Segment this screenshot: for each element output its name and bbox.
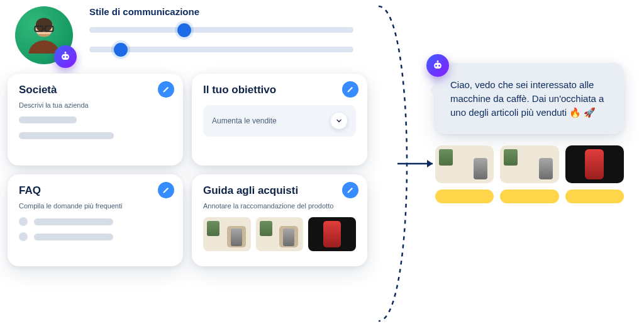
svg-rect-4 <box>62 54 69 60</box>
select-value: Aumenta le vendite <box>212 116 277 125</box>
svg-point-14 <box>438 65 440 67</box>
pencil-icon <box>162 186 170 194</box>
section-title: Stile di communicazione <box>89 6 353 17</box>
cta-pill[interactable] <box>435 189 494 203</box>
robot-badge <box>426 54 449 77</box>
product-card[interactable] <box>500 145 558 203</box>
card-subtitle: Annotare la raccomandazione del prodotto <box>203 202 356 210</box>
slider-1[interactable] <box>89 27 353 33</box>
config-panel: Stile di communicazione Società Descrivi… <box>8 0 367 266</box>
pencil-icon <box>347 86 354 93</box>
cta-pill[interactable] <box>500 189 558 203</box>
bullet-icon <box>19 232 28 241</box>
edit-button[interactable] <box>342 182 358 198</box>
card-title: Il tuo obiettivo <box>203 84 356 96</box>
chevron-down-icon <box>331 113 347 129</box>
svg-point-8 <box>66 56 68 58</box>
assistant-message: Ciao, vedo che sei interessato alle macc… <box>435 63 624 134</box>
placeholder-line <box>19 116 77 123</box>
svg-rect-10 <box>434 63 441 69</box>
product-image <box>435 145 494 183</box>
edit-button[interactable] <box>158 182 174 198</box>
product-thumb <box>203 217 251 251</box>
bullet-icon <box>19 217 28 226</box>
chat-preview: Ciao, vedo che sei interessato alle macc… <box>435 63 624 203</box>
card-faq: FAQ Compila le domande più frequenti <box>8 174 183 266</box>
robot-badge <box>54 45 77 68</box>
placeholder-line <box>19 132 114 139</box>
svg-point-13 <box>435 65 437 67</box>
faq-item <box>19 217 172 226</box>
product-card[interactable] <box>565 145 624 203</box>
pencil-icon <box>347 186 354 194</box>
pencil-icon <box>162 86 170 93</box>
avatar <box>15 6 73 64</box>
message-text: Ciao, vedo che sei interessato alle macc… <box>450 79 604 118</box>
edit-button[interactable] <box>342 81 358 98</box>
goal-select[interactable]: Aumenta le vendite <box>203 105 356 137</box>
card-subtitle: Compila le domande più frequenti <box>19 202 172 210</box>
product-thumb <box>256 217 304 251</box>
product-image <box>500 145 558 183</box>
placeholder-line <box>34 234 113 240</box>
card-goal: Il tuo obiettivo Aumenta le vendite <box>192 74 367 166</box>
svg-point-7 <box>63 56 65 58</box>
slider-2[interactable] <box>89 47 353 52</box>
edit-button[interactable] <box>158 81 174 98</box>
card-guide: Guida agli acquisti Annotare la raccoman… <box>192 174 367 266</box>
svg-rect-12 <box>437 62 438 64</box>
cta-pill[interactable] <box>565 189 624 203</box>
card-title: Guida agli acquisti <box>203 184 356 197</box>
slider-handle[interactable] <box>177 23 191 37</box>
placeholder-line <box>34 218 113 225</box>
card-title: FAQ <box>19 184 172 197</box>
product-thumb <box>308 217 356 251</box>
robot-icon <box>59 50 72 63</box>
card-subtitle: Descrivi la tua azienda <box>19 101 172 109</box>
faq-item <box>19 232 172 241</box>
product-card[interactable] <box>435 145 494 203</box>
card-title: Società <box>19 84 172 96</box>
svg-rect-6 <box>65 53 65 55</box>
card-company: Società Descrivi la tua azienda <box>8 74 183 166</box>
slider-handle[interactable] <box>114 43 128 57</box>
robot-icon <box>431 59 444 72</box>
product-image <box>565 145 624 183</box>
